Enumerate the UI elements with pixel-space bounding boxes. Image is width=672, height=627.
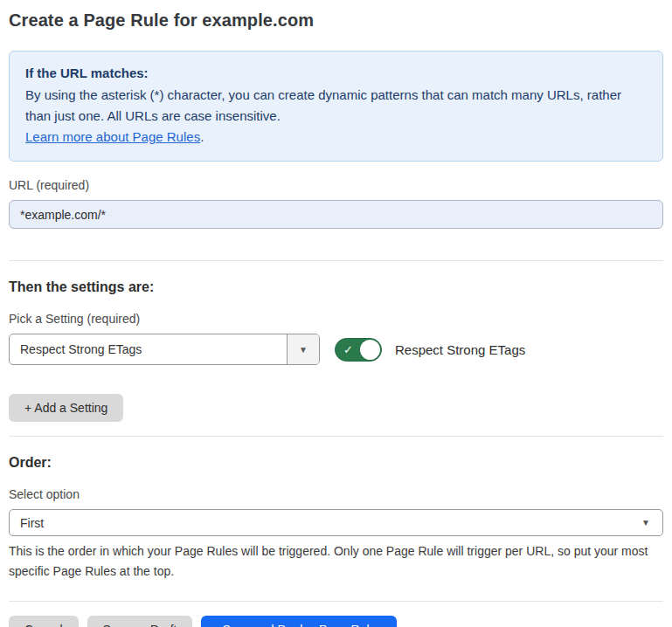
- cancel-button[interactable]: Cancel: [9, 616, 79, 627]
- setting-dropdown[interactable]: Respect Strong ETags ▼: [9, 334, 320, 365]
- divider: [9, 436, 663, 437]
- settings-section-heading: Then the settings are:: [9, 279, 663, 295]
- info-box-heading: If the URL matches:: [25, 63, 647, 84]
- add-setting-button[interactable]: + Add a Setting: [9, 394, 123, 422]
- setting-row: Respect Strong ETags ▼ ✓ Respect Strong …: [9, 334, 663, 365]
- url-input[interactable]: [9, 200, 663, 229]
- divider: [9, 601, 663, 602]
- pick-setting-label: Pick a Setting (required): [9, 312, 663, 326]
- page-rule-form: Create a Page Rule for example.com If th…: [0, 0, 672, 627]
- url-match-info-box: If the URL matches: By using the asteris…: [9, 51, 663, 162]
- order-dropdown[interactable]: First ▼: [9, 509, 663, 536]
- chevron-down-icon: ▼: [641, 518, 652, 527]
- page-title: Create a Page Rule for example.com: [9, 10, 663, 31]
- link-period: .: [200, 129, 204, 144]
- order-help-text: This is the order in which your Page Rul…: [9, 541, 660, 582]
- divider: [9, 260, 663, 261]
- order-select-label: Select option: [9, 487, 663, 501]
- toggle-knob: [360, 340, 380, 360]
- info-box-body: By using the asterisk (*) character, you…: [25, 85, 637, 127]
- save-and-deploy-button[interactable]: Save and Deploy Page Rule: [201, 616, 397, 627]
- order-section-heading: Order:: [9, 455, 663, 471]
- check-icon: ✓: [343, 342, 353, 358]
- setting-dropdown-value: Respect Strong ETags: [10, 334, 287, 364]
- chevron-down-icon: ▼: [299, 345, 308, 355]
- save-as-draft-button[interactable]: Save as Draft: [87, 616, 193, 627]
- form-actions: Cancel Save as Draft Save and Deploy Pag…: [9, 616, 663, 627]
- setting-toggle-label: Respect Strong ETags: [395, 342, 525, 357]
- setting-toggle[interactable]: ✓: [335, 338, 382, 362]
- info-box-link-line: Learn more about Page Rules.: [25, 127, 647, 148]
- setting-dropdown-arrow-segment[interactable]: ▼: [287, 334, 319, 364]
- learn-more-link[interactable]: Learn more about Page Rules: [25, 129, 200, 144]
- url-field-label: URL (required): [9, 178, 663, 192]
- order-dropdown-value: First: [20, 516, 44, 530]
